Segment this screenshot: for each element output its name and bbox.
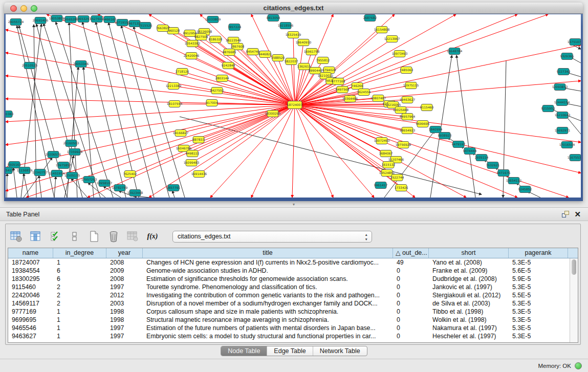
network-node[interactable]: 9245852 bbox=[518, 186, 532, 193]
network-node[interactable]: 1910383 bbox=[6, 111, 14, 118]
network-node[interactable]: 18107554 bbox=[167, 101, 183, 107]
network-node[interactable]: 16961758 bbox=[304, 49, 320, 55]
tab-network-table[interactable]: Network Table bbox=[313, 346, 367, 356]
network-node[interactable]: 12975115 bbox=[403, 82, 419, 89]
network-node[interactable]: 8471676 bbox=[497, 170, 511, 177]
network-node[interactable]: 1733426 bbox=[395, 185, 408, 191]
delete-table-icon[interactable] bbox=[126, 230, 140, 243]
network-node[interactable]: 8427552 bbox=[210, 87, 224, 94]
network-node[interactable]: 1840994 bbox=[429, 126, 443, 133]
network-node[interactable]: 6479197 bbox=[452, 141, 466, 148]
network-node[interactable]: 8186328 bbox=[209, 36, 223, 43]
network-node[interactable]: 24055724 bbox=[8, 19, 24, 26]
network-node[interactable]: 11675533 bbox=[568, 155, 581, 161]
column-header-short[interactable]: short bbox=[429, 248, 509, 258]
network-node[interactable]: 17016504 bbox=[559, 142, 575, 148]
network-node[interactable]: 26160503 bbox=[63, 140, 79, 147]
tab-node-table[interactable]: Node Table bbox=[221, 346, 267, 356]
network-node[interactable]: 2803144 bbox=[215, 75, 229, 82]
network-node[interactable]: 3915415 bbox=[6, 167, 14, 174]
network-node[interactable]: 7857224 bbox=[228, 24, 242, 31]
network-node[interactable]: 20206576 bbox=[46, 151, 61, 158]
network-node[interactable]: 10072493 bbox=[374, 138, 390, 144]
network-node[interactable]: 9777169 bbox=[332, 78, 345, 85]
network-node[interactable]: 7955812 bbox=[316, 57, 330, 64]
network-node[interactable]: 917004 bbox=[206, 100, 218, 106]
network-node[interactable]: 1588520 bbox=[271, 55, 285, 61]
network-node[interactable]: 746266 bbox=[352, 83, 363, 90]
network-node[interactable]: 16782759 bbox=[112, 185, 128, 191]
network-node[interactable]: 3624554 bbox=[357, 89, 371, 96]
network-node[interactable]: 10654112 bbox=[506, 178, 522, 184]
network-node[interactable]: 2522744 bbox=[390, 174, 404, 181]
network-node[interactable]: 10958107 bbox=[97, 180, 113, 187]
network-node[interactable]: 9857791 bbox=[167, 185, 181, 191]
citation-network-graph[interactable]: 2405572420691406180538091956528310653257… bbox=[6, 14, 581, 198]
network-node[interactable]: 18724007 bbox=[287, 101, 303, 109]
close-icon[interactable]: ✕ bbox=[574, 211, 581, 218]
network-node[interactable]: 17957293 bbox=[81, 177, 97, 183]
network-node[interactable]: 3684067 bbox=[379, 150, 393, 157]
network-canvas[interactable]: 2405572420691406180538091956528310653257… bbox=[6, 14, 581, 198]
network-node[interactable]: 9498222 bbox=[186, 150, 200, 157]
network-node[interactable]: 12923448 bbox=[127, 190, 143, 196]
network-node[interactable]: 11156819 bbox=[17, 167, 33, 174]
table-row[interactable]: 911546021997Tourette syndrome. Phenomeno… bbox=[8, 283, 570, 291]
network-node[interactable]: 9242848 bbox=[222, 62, 235, 69]
network-node[interactable]: 9474444 bbox=[463, 148, 477, 155]
function-builder-icon[interactable]: f(x) bbox=[146, 230, 159, 243]
network-node[interactable]: 9699695 bbox=[416, 121, 430, 127]
network-node[interactable]: 16033809 bbox=[205, 16, 221, 23]
select-columns-icon[interactable] bbox=[49, 230, 62, 243]
network-node[interactable]: 16154808 bbox=[374, 27, 390, 33]
network-node[interactable]: 9827508 bbox=[194, 34, 208, 40]
network-node[interactable]: 12505135 bbox=[64, 172, 80, 179]
table-select-dropdown[interactable]: citations_edges.txt ▲▼ bbox=[172, 231, 372, 243]
table-row[interactable]: 2242004622012Investigating the contribut… bbox=[8, 291, 570, 299]
network-node[interactable]: 7632621 bbox=[486, 162, 500, 169]
network-node[interactable]: 10653257 bbox=[76, 16, 92, 23]
column-header-in_degree[interactable]: in_degree bbox=[53, 248, 106, 258]
table-row[interactable]: 1830029562008Estimation of significance … bbox=[8, 275, 570, 283]
network-node[interactable]: 9876685 bbox=[223, 49, 236, 56]
network-node[interactable]: 10543382 bbox=[185, 40, 201, 47]
network-node[interactable]: 20691406 bbox=[33, 17, 49, 24]
network-node[interactable]: 10975857 bbox=[56, 162, 72, 169]
network-node[interactable]: 8813054 bbox=[267, 15, 280, 21]
network-node[interactable]: 9227343 bbox=[557, 69, 571, 75]
minimize-window-icon[interactable] bbox=[20, 5, 27, 12]
float-panel-icon[interactable] bbox=[562, 211, 569, 217]
network-node[interactable]: 18325419 bbox=[286, 32, 301, 38]
table-row[interactable]: 946554611997Estimation of the future num… bbox=[8, 324, 570, 332]
network-node[interactable]: 10807487 bbox=[371, 95, 386, 102]
network-node[interactable]: 887833 bbox=[193, 137, 205, 143]
row-cells-icon[interactable] bbox=[68, 230, 81, 243]
memory-led-icon[interactable] bbox=[575, 362, 582, 369]
table-row[interactable]: 969969511998Structural magnetic resonanc… bbox=[8, 316, 570, 324]
network-node[interactable]: 8215953 bbox=[541, 105, 555, 112]
network-node[interactable]: 7485063 bbox=[400, 67, 413, 74]
network-node[interactable]: 18223546 bbox=[226, 37, 242, 44]
network-node[interactable]: 29053346 bbox=[73, 61, 89, 68]
network-node[interactable]: 7625402 bbox=[123, 171, 137, 178]
network-node[interactable]: 17359928 bbox=[67, 149, 83, 156]
network-node[interactable]: 12213389 bbox=[166, 83, 182, 90]
network-node[interactable]: 2935114 bbox=[475, 155, 489, 161]
network-node[interactable]: 8454749 bbox=[246, 49, 260, 55]
tab-edge-table[interactable]: Edge Table bbox=[267, 346, 312, 356]
column-header-title[interactable]: title bbox=[143, 248, 393, 258]
network-node[interactable]: 19166827 bbox=[173, 130, 189, 137]
table-row[interactable]: 1872400712008Changes of HCN gene express… bbox=[8, 258, 570, 267]
network-node[interactable]: 15692971 bbox=[555, 127, 571, 134]
network-node[interactable]: 19218596 bbox=[278, 23, 294, 29]
network-node[interactable]: 12444154 bbox=[554, 99, 570, 106]
network-node[interactable]: 9446821 bbox=[258, 51, 272, 58]
column-header-out_degree[interactable]: △ out_de... bbox=[393, 248, 429, 258]
network-node[interactable]: 84957964 bbox=[400, 114, 416, 120]
table-mode-icon[interactable] bbox=[10, 230, 23, 243]
show-columns-icon[interactable] bbox=[29, 230, 42, 243]
network-node[interactable]: 6497568 bbox=[336, 86, 350, 93]
network-node[interactable]: 5822037 bbox=[285, 58, 298, 65]
network-node[interactable]: 9115460 bbox=[420, 104, 434, 111]
network-node[interactable]: 19756928 bbox=[396, 142, 411, 148]
